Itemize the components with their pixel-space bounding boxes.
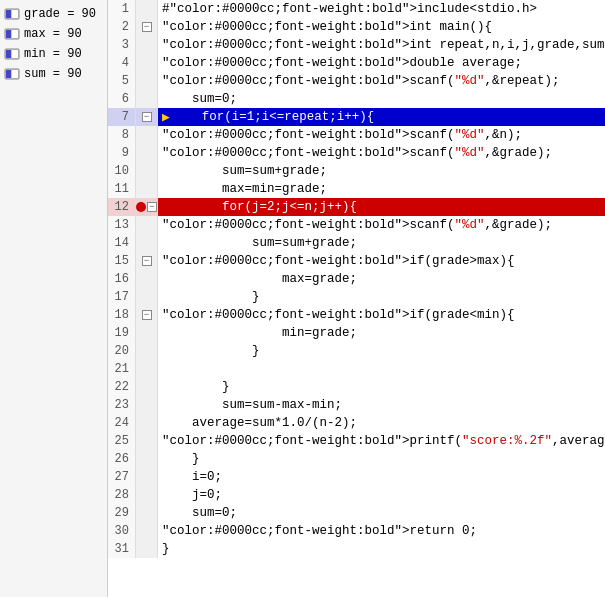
code-content-21[interactable] <box>158 360 605 378</box>
line-gutter-18[interactable]: − <box>136 306 158 324</box>
code-content-28[interactable]: j=0; <box>158 486 605 504</box>
code-line-16: 16 max=grade; <box>108 270 605 288</box>
line-number-21: 21 <box>108 360 136 378</box>
line-gutter-7[interactable]: − <box>136 108 158 126</box>
line-gutter-1[interactable] <box>136 0 158 18</box>
code-content-25[interactable]: "color:#0000cc;font-weight:bold">printf(… <box>158 432 605 450</box>
code-line-11: 11 max=min=grade; <box>108 180 605 198</box>
code-content-1[interactable]: #"color:#0000cc;font-weight:bold">includ… <box>158 0 605 18</box>
breakpoint-icon[interactable] <box>136 202 146 212</box>
code-content-18[interactable]: "color:#0000cc;font-weight:bold">if(grad… <box>158 306 605 324</box>
var-min-label: min = 90 <box>24 47 82 61</box>
line-gutter-8[interactable] <box>136 126 158 144</box>
code-content-10[interactable]: sum=sum+grade; <box>158 162 605 180</box>
code-line-18: 18− "color:#0000cc;font-weight:bold">if(… <box>108 306 605 324</box>
variable-icon <box>4 6 20 22</box>
collapse-button-7[interactable]: − <box>142 112 152 122</box>
line-number-1: 1 <box>108 0 136 18</box>
collapse-button[interactable]: − <box>147 202 157 212</box>
svg-rect-4 <box>6 30 11 38</box>
line-number-24: 24 <box>108 414 136 432</box>
line-gutter-21[interactable] <box>136 360 158 378</box>
svg-rect-2 <box>12 10 18 18</box>
line-gutter-5[interactable] <box>136 72 158 90</box>
code-line-7: 7−▶ for(i=1;i<=repeat;i++){ <box>108 108 605 126</box>
collapse-button-18[interactable]: − <box>142 310 152 320</box>
code-content-23[interactable]: sum=sum-max-min; <box>158 396 605 414</box>
code-content-14[interactable]: sum=sum+grade; <box>158 234 605 252</box>
code-content-26[interactable]: } <box>158 450 605 468</box>
line-gutter-15[interactable]: − <box>136 252 158 270</box>
code-content-24[interactable]: average=sum*1.0/(n-2); <box>158 414 605 432</box>
code-line-22: 22 } <box>108 378 605 396</box>
line-gutter-28[interactable] <box>136 486 158 504</box>
code-line-19: 19 min=grade; <box>108 324 605 342</box>
line-gutter-12[interactable]: − <box>136 198 158 216</box>
code-line-29: 29 sum=0; <box>108 504 605 522</box>
code-content-13[interactable]: "color:#0000cc;font-weight:bold">scanf("… <box>158 216 605 234</box>
line-gutter-19[interactable] <box>136 324 158 342</box>
code-content-19[interactable]: min=grade; <box>158 324 605 342</box>
line-gutter-16[interactable] <box>136 270 158 288</box>
line-gutter-17[interactable] <box>136 288 158 306</box>
line-gutter-25[interactable] <box>136 432 158 450</box>
line-number-17: 17 <box>108 288 136 306</box>
line-gutter-6[interactable] <box>136 90 158 108</box>
code-line-4: 4 "color:#0000cc;font-weight:bold">doubl… <box>108 54 605 72</box>
line-gutter-27[interactable] <box>136 468 158 486</box>
debug-arrow-icon: ▶ <box>162 109 170 125</box>
line-gutter-9[interactable] <box>136 144 158 162</box>
line-gutter-4[interactable] <box>136 54 158 72</box>
code-content-30[interactable]: "color:#0000cc;font-weight:bold">return … <box>158 522 605 540</box>
code-line-15: 15− "color:#0000cc;font-weight:bold">if(… <box>108 252 605 270</box>
line-number-4: 4 <box>108 54 136 72</box>
code-content-22[interactable]: } <box>158 378 605 396</box>
code-content-16[interactable]: max=grade; <box>158 270 605 288</box>
line-gutter-22[interactable] <box>136 378 158 396</box>
code-content-20[interactable]: } <box>158 342 605 360</box>
code-content-11[interactable]: max=min=grade; <box>158 180 605 198</box>
collapse-button-2[interactable]: − <box>142 22 152 32</box>
code-content-9[interactable]: "color:#0000cc;font-weight:bold">scanf("… <box>158 144 605 162</box>
line-number-25: 25 <box>108 432 136 450</box>
code-content-3[interactable]: "color:#0000cc;font-weight:bold">int rep… <box>158 36 605 54</box>
code-content-31[interactable]: } <box>158 540 605 558</box>
line-gutter-10[interactable] <box>136 162 158 180</box>
code-content-29[interactable]: sum=0; <box>158 504 605 522</box>
code-content-2[interactable]: "color:#0000cc;font-weight:bold">int mai… <box>158 18 605 36</box>
line-number-14: 14 <box>108 234 136 252</box>
code-line-30: 30 "color:#0000cc;font-weight:bold">retu… <box>108 522 605 540</box>
code-content-4[interactable]: "color:#0000cc;font-weight:bold">double … <box>158 54 605 72</box>
line-gutter-24[interactable] <box>136 414 158 432</box>
code-content-7[interactable]: ▶ for(i=1;i<=repeat;i++){ <box>158 108 605 126</box>
code-content-15[interactable]: "color:#0000cc;font-weight:bold">if(grad… <box>158 252 605 270</box>
line-gutter-30[interactable] <box>136 522 158 540</box>
code-line-10: 10 sum=sum+grade; <box>108 162 605 180</box>
line-number-31: 31 <box>108 540 136 558</box>
line-gutter-3[interactable] <box>136 36 158 54</box>
line-gutter-11[interactable] <box>136 180 158 198</box>
code-content-5[interactable]: "color:#0000cc;font-weight:bold">scanf("… <box>158 72 605 90</box>
var-grade-label: grade = 90 <box>24 7 96 21</box>
line-gutter-29[interactable] <box>136 504 158 522</box>
code-line-26: 26 } <box>108 450 605 468</box>
code-content-12[interactable]: for(j=2;j<=n;j++){ <box>158 198 605 216</box>
code-content-27[interactable]: i=0; <box>158 468 605 486</box>
code-line-17: 17 } <box>108 288 605 306</box>
code-content-17[interactable]: } <box>158 288 605 306</box>
code-content-6[interactable]: sum=0; <box>158 90 605 108</box>
line-gutter-13[interactable] <box>136 216 158 234</box>
line-gutter-14[interactable] <box>136 234 158 252</box>
line-number-30: 30 <box>108 522 136 540</box>
code-line-2: 2−"color:#0000cc;font-weight:bold">int m… <box>108 18 605 36</box>
line-gutter-26[interactable] <box>136 450 158 468</box>
svg-rect-5 <box>12 30 18 38</box>
line-number-20: 20 <box>108 342 136 360</box>
line-gutter-31[interactable] <box>136 540 158 558</box>
line-gutter-20[interactable] <box>136 342 158 360</box>
svg-rect-1 <box>6 10 11 18</box>
code-content-8[interactable]: "color:#0000cc;font-weight:bold">scanf("… <box>158 126 605 144</box>
line-gutter-2[interactable]: − <box>136 18 158 36</box>
line-gutter-23[interactable] <box>136 396 158 414</box>
collapse-button-15[interactable]: − <box>142 256 152 266</box>
